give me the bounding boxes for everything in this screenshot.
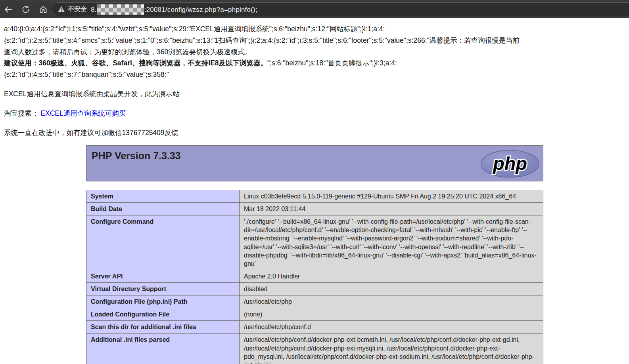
row-label: Configure Command: [86, 215, 240, 270]
serialized-line: 建议使用：360极速、火狐、谷歌、Safari、搜狗等浏览器，不支持IE8及以下…: [4, 57, 625, 69]
row-label: Additional .ini files parsed: [86, 334, 240, 364]
row-value: Linux c03b3efe9ecd 5.15.0-119-generic #1…: [240, 190, 543, 202]
table-row: Loaded Configuration File(none): [86, 308, 543, 321]
url-prefix: 8.: [91, 6, 97, 13]
table-row: Virtual Directory Supportdisabled: [86, 282, 543, 295]
row-value: (none): [240, 308, 543, 321]
home-icon[interactable]: [38, 5, 48, 14]
serialized-block: a:40:{i:0;a:4:{s:2:"id";i:1;s:5:"title";…: [4, 23, 625, 80]
row-value: Apache 2.0 Handler: [240, 270, 543, 282]
url-suffix: :20081/config/wzsz.php?a=phpinfo();: [144, 6, 257, 13]
table-row: Server APIApache 2.0 Handler: [86, 270, 543, 282]
table-row: SystemLinux c03b3efe9ecd 5.15.0-119-gene…: [86, 190, 543, 202]
serialized-line: {s:2:"id";i:2;s:5:"title";s:4:"smcs";s:5…: [4, 35, 625, 46]
taobao-prefix-label: 淘宝搜索：: [4, 109, 39, 117]
phpinfo-section: PHP Version 7.3.33 php SystemLinux c03b3…: [86, 145, 543, 364]
address-bar[interactable]: 不安全 8.:20081/config/wzsz.php?a=phpinfo()…: [51, 2, 629, 16]
table-row: Build DateMar 18 2022 03:11:44: [86, 203, 543, 215]
row-label: Configuration File (php.ini) Path: [86, 295, 240, 308]
table-row: Configuration File (php.ini) Path/usr/lo…: [86, 295, 543, 308]
row-value: disabled: [240, 282, 543, 295]
refresh-icon[interactable]: [21, 5, 31, 14]
taobao-purchase-link[interactable]: EXCEL通用查询系统可购买: [40, 109, 126, 117]
row-value: /usr/local/etc/php/conf.d/docker-php-ext…: [240, 334, 543, 364]
row-label: Scan this dir for additional .ini files: [86, 321, 240, 334]
row-label: Server API: [86, 270, 240, 282]
feedback-paragraph: 系统一直在改进中，如有建议可加微信13767725409反馈: [4, 127, 625, 139]
serialized-line: {s:2:"id";i:4;s:5:"title";s:7:"banquan";…: [4, 69, 625, 80]
table-row: Configure Command'./configure' '--build=…: [86, 215, 543, 270]
row-label: System: [86, 190, 240, 202]
row-value: /usr/local/etc/php: [240, 295, 543, 308]
serialized-line: 查询人数过多，请稍后再试；为更好的浏览体验，360浏览器要切换为极速模式。: [4, 46, 625, 58]
warning-triangle-icon: [58, 6, 65, 13]
serialized-line: a:40:{i:0;a:4:{s:2:"id";i:1;s:5:"title";…: [4, 23, 625, 35]
dev-note-paragraph: EXCEL通用信息查询填报系统由柔晶美开发，此为演示站: [4, 88, 625, 100]
row-value: Mar 18 2022 03:11:44: [240, 203, 543, 215]
table-row: Additional .ini files parsed/usr/local/e…: [86, 334, 543, 364]
browser-toolbar: 不安全 8.:20081/config/wzsz.php?a=phpinfo()…: [0, 0, 629, 18]
row-value: /usr/local/etc/php/conf.d: [240, 321, 543, 334]
redacted-ip-mosaic: [97, 4, 144, 15]
row-label: Loaded Configuration File: [86, 308, 240, 321]
phpinfo-table: SystemLinux c03b3efe9ecd 5.15.0-119-gene…: [86, 190, 543, 364]
table-row: Scan this dir for additional .ini files/…: [86, 321, 543, 334]
php-logo-text: php: [492, 153, 527, 174]
phpinfo-header: PHP Version 7.3.33 php: [86, 145, 543, 181]
php-version-title: PHP Version 7.3.33: [86, 146, 543, 166]
page-content: a:40:{i:0;a:4:{s:2:"id";i:1;s:5:"title";…: [0, 18, 629, 364]
row-value: './configure' '--build=x86_64-linux-gnu'…: [240, 215, 543, 270]
back-arrow-icon[interactable]: [4, 5, 13, 14]
security-warning-label: 不安全: [68, 5, 87, 13]
php-logo-icon: php: [480, 149, 540, 178]
row-label: Build Date: [86, 203, 240, 215]
taobao-paragraph: 淘宝搜索： EXCEL通用查询系统可购买: [4, 108, 625, 119]
phpinfo-table-body: SystemLinux c03b3efe9ecd 5.15.0-119-gene…: [86, 190, 543, 364]
url-text: 8.:20081/config/wzsz.php?a=phpinfo();: [91, 4, 257, 15]
row-label: Virtual Directory Support: [86, 282, 240, 295]
